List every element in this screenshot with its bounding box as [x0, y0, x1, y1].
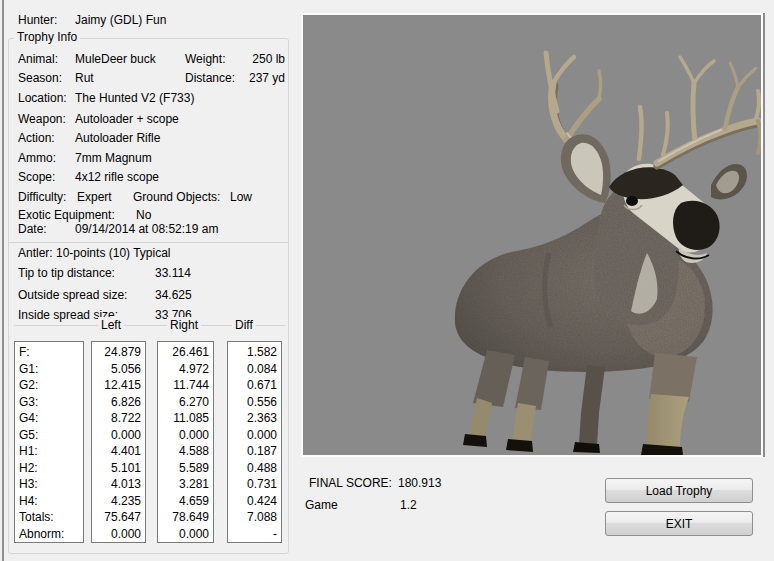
date-label: Date:: [18, 221, 47, 237]
row-labels-listbox[interactable]: F: G1: G2: G3: G4: G5: H1: H2: H3: H4: T…: [14, 341, 84, 543]
right-value: 0.000: [158, 427, 213, 444]
column-header-right: Right: [167, 317, 201, 333]
row-label: H2:: [15, 460, 83, 477]
trophy-viewer-window: Hunter: Jaimy (GDL) Fun Trophy Info Anim…: [0, 0, 774, 561]
right-values-listbox[interactable]: 26.461 4.972 11.744 6.270 11.085 0.000 4…: [157, 341, 214, 543]
diff-value: -: [228, 526, 281, 543]
right-value: 26.461: [158, 344, 213, 361]
row-label: G5:: [15, 427, 83, 444]
scope-label: Scope:: [18, 169, 55, 185]
diff-value: 0.424: [228, 493, 281, 510]
diff-value: 0.000: [228, 427, 281, 444]
row-label: G1:: [15, 361, 83, 378]
row-label: G4:: [15, 410, 83, 427]
section-separator: [9, 242, 288, 243]
weapon-value: Autoloader + scope: [75, 111, 179, 127]
row-label: H3:: [15, 476, 83, 493]
tip-to-tip-label: Tip to tip distance:: [18, 265, 115, 281]
diff-value: 0.556: [228, 394, 281, 411]
left-value: 8.722: [92, 410, 145, 427]
trophy-3d-viewport: [301, 13, 763, 457]
hunter-value: Jaimy (GDL) Fun: [75, 12, 166, 28]
left-values-listbox[interactable]: 24.879 5.056 12.415 6.826 8.722 0.000 4.…: [91, 341, 146, 543]
diff-value: 0.187: [228, 443, 281, 460]
game-version-label: Game: [305, 497, 338, 513]
right-value: 78.649: [158, 509, 213, 526]
ground-objects-value: Low: [230, 189, 252, 205]
animal-label: Animal:: [18, 51, 58, 67]
right-value: 4.588: [158, 443, 213, 460]
load-trophy-button[interactable]: Load Trophy: [605, 478, 753, 503]
difficulty-value: Expert: [77, 189, 112, 205]
animal-value: MuleDeer buck: [75, 51, 156, 67]
ammo-label: Ammo:: [18, 150, 56, 166]
right-value: 5.589: [158, 460, 213, 477]
viewport-right-shadow: [763, 13, 765, 457]
column-header-left: Left: [98, 317, 124, 333]
left-value: 24.879: [92, 344, 145, 361]
distance-value: 237 yd: [218, 70, 285, 86]
antler-summary: Antler: 10-points (10) Typical: [18, 245, 171, 261]
diff-value: 0.731: [228, 476, 281, 493]
row-label: F:: [15, 344, 83, 361]
exit-button[interactable]: EXIT: [605, 511, 753, 536]
action-value: Autoloader Rifle: [75, 130, 160, 146]
deer-eye: [626, 196, 638, 206]
left-value: 75.647: [92, 509, 145, 526]
left-value: 0.000: [92, 526, 145, 543]
window-left-edge: [2, 0, 4, 561]
diff-value: 1.582: [228, 344, 281, 361]
outside-spread-label: Outside spread size:: [18, 287, 127, 303]
right-value: 11.085: [158, 410, 213, 427]
row-label: Totals:: [15, 509, 83, 526]
left-value: 5.101: [92, 460, 145, 477]
final-score-label: FINAL SCORE:: [309, 475, 392, 491]
right-value: 4.972: [158, 361, 213, 378]
weapon-label: Weapon:: [18, 111, 66, 127]
diff-value: 0.671: [228, 377, 281, 394]
game-version-value: 1.2: [400, 497, 417, 513]
row-label: Abnorm:: [15, 526, 83, 543]
diff-value: 0.084: [228, 361, 281, 378]
ammo-value: 7mm Magnum: [75, 150, 152, 166]
right-value: 3.281: [158, 476, 213, 493]
left-value: 5.056: [92, 361, 145, 378]
scope-value: 4x12 rifle scope: [75, 169, 159, 185]
ground-objects-label: Ground Objects:: [133, 189, 220, 205]
hunter-label: Hunter:: [18, 12, 57, 28]
row-label: H1:: [15, 443, 83, 460]
row-label: G2:: [15, 377, 83, 394]
location-value: The Hunted V2 (F733): [75, 90, 194, 106]
left-value: 6.826: [92, 394, 145, 411]
left-value: 4.013: [92, 476, 145, 493]
left-value: 0.000: [92, 427, 145, 444]
diff-value: 0.488: [228, 460, 281, 477]
left-value: 4.401: [92, 443, 145, 460]
left-value: 4.235: [92, 493, 145, 510]
right-value: 11.744: [158, 377, 213, 394]
action-label: Action:: [18, 130, 55, 146]
trophy-info-caption: Trophy Info: [14, 29, 80, 45]
season-value: Rut: [75, 70, 94, 86]
muledeer-render: [303, 15, 761, 455]
location-label: Location:: [18, 90, 67, 106]
final-score-value: 180.913: [398, 475, 441, 491]
right-value: 4.659: [158, 493, 213, 510]
season-label: Season:: [18, 70, 62, 86]
column-header-diff: Diff: [232, 317, 256, 333]
diff-value: 7.088: [228, 509, 281, 526]
date-value: 09/14/2014 at 08:52:19 am: [75, 221, 218, 237]
diff-values-listbox[interactable]: 1.582 0.084 0.671 0.556 2.363 0.000 0.18…: [227, 341, 282, 543]
outside-spread-value: 34.625: [155, 287, 192, 303]
difficulty-label: Difficulty:: [18, 189, 66, 205]
row-label: H4:: [15, 493, 83, 510]
diff-value: 2.363: [228, 410, 281, 427]
left-value: 12.415: [92, 377, 145, 394]
weight-value: 250 lb: [218, 51, 285, 67]
right-value: 6.270: [158, 394, 213, 411]
row-label: G3:: [15, 394, 83, 411]
right-value: 0.000: [158, 526, 213, 543]
tip-to-tip-value: 33.114: [155, 265, 191, 281]
